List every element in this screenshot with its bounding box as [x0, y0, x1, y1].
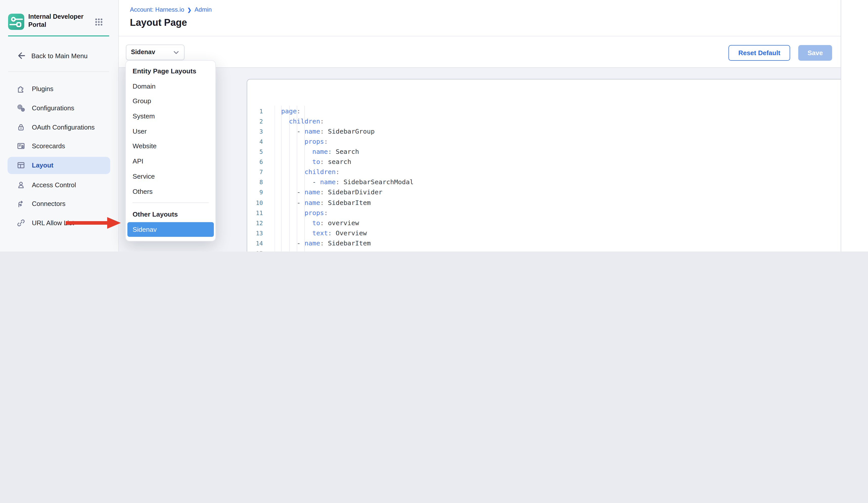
dropdown-item-system[interactable]: System [126, 109, 216, 124]
right-rail: AIDA [840, 0, 868, 252]
page-title: Layout Page [130, 17, 187, 28]
code-text: props: [281, 249, 328, 252]
code-text: children: [281, 116, 324, 126]
line-number: 10 [247, 198, 263, 208]
dropdown-item-website[interactable]: Website [126, 139, 216, 153]
code-line-5[interactable]: 5 name: Search [247, 147, 868, 157]
code-text: to: overview [281, 218, 359, 228]
dropdown-item-service[interactable]: Service [126, 169, 216, 184]
code-text: page: [281, 106, 301, 116]
gears-icon [17, 103, 25, 112]
line-number: 2 [247, 116, 263, 126]
code-line-3[interactable]: 3 - name: SidebarGroup [247, 127, 868, 137]
code-text: text: Overview [281, 228, 367, 238]
branch-icon [17, 199, 25, 208]
code-line-15[interactable]: 15 props: [247, 249, 868, 252]
sidebar-item-layout[interactable]: Layout [8, 157, 110, 174]
link-icon [17, 219, 25, 227]
line-number: 6 [247, 157, 263, 167]
sidebar-item-connectors[interactable]: Connectors [8, 195, 110, 212]
code-text: - name: SidebarGroup [281, 127, 375, 137]
chevron-down-icon [173, 48, 179, 57]
line-number: 1 [247, 106, 263, 116]
code-line-12[interactable]: 12 to: overview [247, 218, 868, 228]
dropdown-item-domain[interactable]: Domain [126, 79, 216, 94]
sidebar: Internal Developer Portal Back to Main M… [0, 0, 119, 252]
toolbar: Sidenav Reset Default Save [119, 36, 840, 68]
brand-title: Internal Developer Portal [28, 13, 84, 29]
code-text: - name: SidebarItem [281, 238, 371, 249]
page-header: Account: Harness.io ❯ Admin Layout Page [119, 0, 840, 36]
code-line-11[interactable]: 11 props: [247, 208, 868, 218]
dropdown-item-api[interactable]: API [126, 154, 216, 169]
person-icon [17, 180, 25, 189]
code-text: - name: SidebarSearchModal [281, 177, 414, 188]
layout-select-dropdown: Entity Page LayoutsDomainGroupSystemUser… [126, 60, 216, 241]
save-button[interactable]: Save [798, 45, 832, 60]
code-line-8[interactable]: 8 - name: SidebarSearchModal [247, 177, 868, 188]
breadcrumb-admin[interactable]: Admin [195, 6, 212, 13]
sidebar-divider [8, 71, 109, 72]
sidebar-item-access-control[interactable]: Access Control [8, 176, 110, 193]
code-text: to: search [281, 157, 351, 167]
code-line-9[interactable]: 9 - name: SidebarDivider [247, 188, 868, 198]
breadcrumb-account[interactable]: Account: Harness.io [130, 6, 184, 13]
dropdown-header: Entity Page Layouts [126, 63, 216, 79]
line-number: 3 [247, 127, 263, 137]
line-number: 15 [247, 249, 263, 252]
reset-default-button[interactable]: Reset Default [728, 45, 790, 60]
dropdown-item-user[interactable]: User [126, 124, 216, 139]
main-area: Account: Harness.io ❯ Admin Layout Page … [119, 0, 840, 252]
idp-logo [8, 14, 24, 30]
line-number: 12 [247, 218, 263, 228]
puzzle-icon [17, 84, 25, 93]
code-line-10[interactable]: 10 - name: SidebarItem [247, 198, 868, 208]
sidebar-item-oauth-configurations[interactable]: OAuth Configurations [8, 118, 110, 135]
line-number: 14 [247, 238, 263, 249]
code-text: - name: SidebarDivider [281, 188, 382, 198]
dropdown-item-sidenav[interactable]: Sidenav [128, 222, 214, 237]
layout-select[interactable]: Sidenav [126, 44, 185, 60]
line-number: 9 [247, 188, 263, 198]
sidebar-item-url-allow-list[interactable]: URL Allow List [8, 214, 110, 232]
line-number: 8 [247, 177, 263, 188]
app-window: Internal Developer Portal Back to Main M… [0, 0, 868, 252]
layout-icon [17, 161, 25, 170]
back-to-main-menu[interactable]: Back to Main Menu [17, 50, 88, 61]
layout-select-value: Sidenav [131, 49, 155, 56]
dropdown-header: Other Layouts [126, 207, 216, 222]
code-line-13[interactable]: 13 text: Overview [247, 228, 868, 238]
code-line-4[interactable]: 4 props: [247, 137, 868, 147]
back-arrow-icon [17, 51, 26, 60]
sidebar-item-scorecards[interactable]: Scorecards [8, 138, 110, 154]
back-label: Back to Main Menu [31, 52, 88, 59]
line-number: 7 [247, 167, 263, 177]
code-line-1[interactable]: 1page: [247, 106, 868, 116]
code-line-2[interactable]: 2 children: [247, 116, 868, 126]
lock-icon [17, 123, 25, 131]
breadcrumb-chevron-icon: ❯ [187, 7, 192, 12]
code-line-7[interactable]: 7 children: [247, 167, 868, 177]
scorecard-icon [17, 142, 25, 150]
dropdown-item-group[interactable]: Group [126, 94, 216, 109]
line-number: 4 [247, 137, 263, 147]
line-number: 13 [247, 228, 263, 238]
code-text: props: [281, 137, 328, 147]
yaml-editor-card: 1page:2 children:3 - name: SidebarGroup4… [247, 79, 868, 252]
dropdown-item-others[interactable]: Others [126, 184, 216, 199]
line-number: 11 [247, 208, 263, 218]
code-text: props: [281, 208, 328, 218]
code-text: children: [281, 167, 340, 177]
code-line-6[interactable]: 6 to: search [247, 157, 868, 167]
code-line-14[interactable]: 14 - name: SidebarItem [247, 238, 868, 249]
line-number: 5 [247, 147, 263, 157]
dropdown-separator [133, 202, 209, 203]
sidebar-item-configurations[interactable]: Configurations [8, 99, 110, 117]
code-text: - name: SidebarItem [281, 198, 371, 208]
sidebar-item-plugins[interactable]: Plugins [8, 80, 110, 97]
app-grid-icon[interactable] [95, 18, 103, 26]
code-text: name: Search [281, 147, 359, 157]
brand-divider [8, 36, 109, 37]
breadcrumb: Account: Harness.io ❯ Admin [130, 6, 212, 13]
